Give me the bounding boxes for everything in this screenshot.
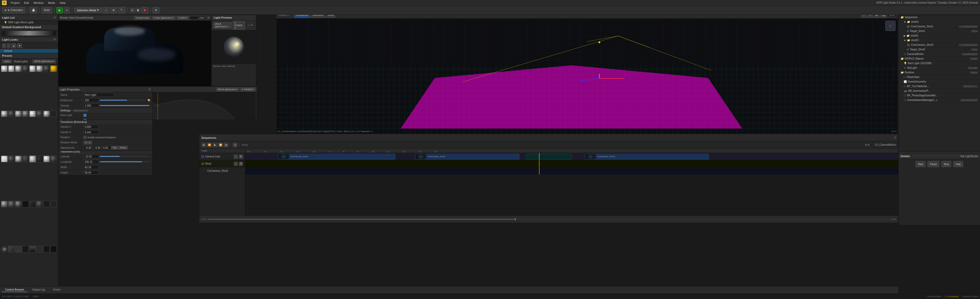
preset-ball-5[interactable] bbox=[29, 66, 36, 72]
derived-data-label[interactable]: Derived Data bbox=[928, 295, 941, 298]
viewport2-content[interactable]: ✦ ⬛ LS_CameraMotion Cine/Starlux/[Fresh]… bbox=[277, 19, 897, 134]
rotation-mode-btn[interactable]: H→k bbox=[83, 141, 92, 144]
preset-ball-27[interactable] bbox=[15, 201, 22, 208]
props-handle-u-input[interactable] bbox=[83, 125, 99, 129]
details-start-btn[interactable]: Start bbox=[915, 161, 925, 167]
preset-ball-31[interactable] bbox=[43, 201, 50, 208]
presets-type-btn[interactable]: dRGB (glMonitor) ▾ bbox=[32, 59, 56, 63]
preset-ball-40[interactable] bbox=[50, 246, 57, 253]
outliner-world-objects-folder[interactable]: 📁 WORLD Objects Folder bbox=[899, 56, 980, 61]
preset-ball-34[interactable] bbox=[8, 246, 15, 253]
outliner-camera-motion[interactable]: ⬡ CameraMotion LevelBlueprint bbox=[902, 52, 980, 56]
outliner-cinecam-shot3[interactable]: 🎥 CineCamera_Shot3 5_CameraMotion bbox=[905, 43, 980, 47]
props-handle-v-input[interactable] bbox=[83, 130, 99, 134]
seq-next-btn[interactable]: ⏩ bbox=[218, 142, 223, 147]
hdr-btn[interactable]: ▾ HDR ▾ bbox=[177, 16, 189, 20]
preset-ball-32[interactable] bbox=[50, 201, 57, 208]
build-button[interactable]: Build bbox=[41, 7, 52, 13]
light-props-close-button[interactable]: ✕ bbox=[148, 88, 151, 91]
outliner-shot03-folder[interactable]: ▼ 📁 shot03 bbox=[902, 38, 980, 43]
nav-cube[interactable]: ⬛ bbox=[885, 21, 896, 31]
gradient-preview[interactable] bbox=[2, 31, 56, 35]
preset-ball-26[interactable] bbox=[8, 201, 15, 208]
camera-cuts-add-btn[interactable]: + bbox=[234, 155, 238, 159]
outliner-sequences-folder[interactable]: 📁 Sequences bbox=[899, 15, 980, 20]
light-looks-add-button[interactable]: + bbox=[2, 43, 6, 48]
light-looks-up-button[interactable]: ▲ bbox=[11, 43, 16, 48]
props-width-input[interactable] bbox=[83, 165, 99, 169]
camera-cuts-options-btn[interactable]: ⚙ bbox=[239, 155, 243, 159]
props-adj-input3[interactable] bbox=[102, 146, 111, 150]
props-latitude-slider[interactable] bbox=[100, 156, 149, 157]
preset-ball-35[interactable] bbox=[15, 246, 22, 253]
outliner-game-network[interactable]: ⬡ GameNetworkManager(...) GameSession() bbox=[902, 98, 980, 102]
view-label-btn[interactable]: ▾ New (glMonitor) ▾ bbox=[152, 16, 176, 20]
current-view-btn[interactable]: Current View bbox=[134, 16, 151, 20]
outliner-target-shot1[interactable]: ⊕ Target_Shot1 Actor bbox=[905, 29, 980, 34]
shot1-add-btn[interactable]: + bbox=[234, 162, 238, 166]
seq-scrubber[interactable] bbox=[208, 219, 890, 219]
outliner-target-shot3[interactable]: ⊕ Target_Shot3 Actor bbox=[905, 47, 980, 52]
outliner-shot02-folder[interactable]: ▶ 📁 shot02 bbox=[902, 34, 980, 38]
preset-ball-23[interactable] bbox=[43, 156, 50, 162]
preset-ball-16[interactable] bbox=[50, 111, 57, 117]
preset-ball-17[interactable] bbox=[1, 156, 8, 162]
preset-ball-6[interactable] bbox=[36, 66, 43, 72]
play-options-button[interactable]: ▾ bbox=[64, 7, 70, 13]
output-log-tab[interactable]: Output Log bbox=[29, 288, 48, 292]
adj-reset-btn[interactable]: Reset bbox=[118, 146, 128, 149]
seq-end-btn[interactable]: ⏭ bbox=[224, 142, 228, 147]
preset-ball-2[interactable] bbox=[8, 66, 15, 72]
light-list-close-button[interactable]: ✕ bbox=[54, 16, 56, 19]
preset-ball-37[interactable] bbox=[29, 246, 36, 253]
details-stop-btn[interactable]: Stop bbox=[942, 161, 951, 167]
play-button[interactable]: ▶ bbox=[56, 7, 63, 13]
settings-global-button[interactable]: ⚙ bbox=[153, 7, 159, 13]
menu-window[interactable]: Window bbox=[32, 1, 45, 5]
preset-ball-21[interactable] bbox=[29, 156, 36, 162]
seq-track-shot1[interactable]: Shot1 + ⚙ bbox=[199, 160, 245, 167]
preset-ball-28[interactable] bbox=[22, 201, 29, 208]
preset-ball-3[interactable] bbox=[15, 66, 22, 72]
shot1-options-btn[interactable]: ⚙ bbox=[239, 162, 243, 166]
seq-close-button[interactable]: ✕ bbox=[894, 136, 896, 139]
content-browser-tab[interactable]: Content Browser bbox=[2, 288, 27, 292]
preset-ball-10[interactable] bbox=[8, 111, 15, 117]
canvas-monitor-btn[interactable]: dRGB (glMonitor) ▾ bbox=[216, 88, 239, 91]
details-pause-btn[interactable]: Pause bbox=[928, 161, 939, 167]
preset-ball-22[interactable] bbox=[36, 156, 43, 162]
preset-ball-11[interactable] bbox=[15, 111, 22, 117]
outliner-skylight[interactable]: ☀ SkyLight SkyLight bbox=[902, 66, 980, 70]
outliner-runtime-folder[interactable]: 📁 Runtime Folder bbox=[899, 70, 980, 75]
stop-playback-button[interactable]: ⏸ bbox=[130, 8, 135, 13]
clip-shot1[interactable]: CineCamera_Shot1 bbox=[278, 154, 395, 160]
light-item-rect[interactable]: 💡 HDR Light (Rect Light) bbox=[0, 21, 58, 24]
seq-record-btn[interactable]: ⏺ bbox=[233, 142, 237, 147]
props-longitude-input[interactable] bbox=[83, 160, 99, 164]
source-control-label[interactable]: Source Control bbox=[963, 295, 978, 298]
menu-mode[interactable]: Mode bbox=[46, 1, 57, 5]
preset-ball-36[interactable] bbox=[22, 246, 29, 253]
snap-button[interactable]: ⊞ bbox=[110, 7, 117, 13]
preset-ball-1[interactable] bbox=[1, 66, 8, 72]
seq-track-sub[interactable]: → CinCamera_Shot1 bbox=[199, 167, 245, 174]
clip-gap[interactable] bbox=[526, 154, 572, 160]
build-options-button[interactable]: 🔨 bbox=[118, 7, 126, 13]
props-opacity-slider[interactable] bbox=[100, 105, 149, 106]
preset-ball-12[interactable] bbox=[22, 111, 29, 117]
menu-help[interactable]: Help bbox=[58, 1, 68, 5]
clip-shot3[interactable]: CineCamera_Shot3 bbox=[585, 154, 709, 160]
light-looks-minus-button[interactable]: - bbox=[7, 43, 10, 48]
outliner-cinecam-shot1[interactable]: 🎥 CineCamera_Shot1 1_CameraMotion bbox=[905, 24, 980, 29]
menu-project[interactable]: Project bbox=[9, 1, 21, 5]
props-adj-input1[interactable] bbox=[83, 146, 93, 150]
preset-ball-15[interactable] bbox=[43, 111, 50, 117]
props-latitude-input[interactable] bbox=[83, 154, 99, 158]
props-opacity-input[interactable] bbox=[83, 104, 99, 107]
light-looks-down-button[interactable]: ▼ bbox=[17, 43, 22, 48]
eject-button[interactable]: ⏹ bbox=[135, 8, 140, 13]
props-name-input[interactable] bbox=[83, 93, 114, 97]
preset-ball-19[interactable] bbox=[15, 156, 22, 162]
outliner-sm-automotive[interactable]: 🚗 SM_Automotive/P... bbox=[902, 89, 980, 93]
outliner-player-start[interactable]: ▷ PlayerStart bbox=[902, 75, 980, 80]
